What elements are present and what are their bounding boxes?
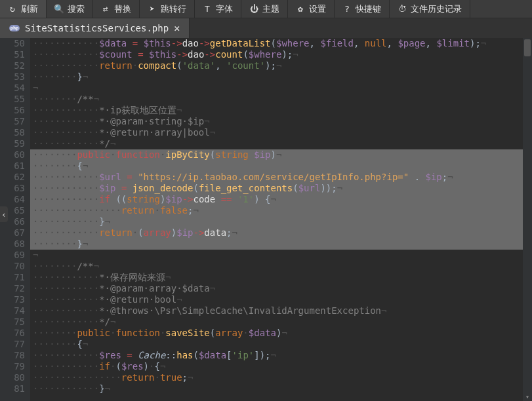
设置-icon: ✿: [296, 5, 305, 14]
code-line[interactable]: ¬: [30, 250, 532, 261]
code-line[interactable]: ········}¬: [30, 239, 532, 250]
code-line[interactable]: ············if·($res)·{¬: [30, 361, 532, 372]
line-number: 50: [0, 38, 25, 49]
tab-file[interactable]: php SiteStatisticsServices.php ✕: [0, 18, 190, 38]
code-line[interactable]: ········}¬: [30, 71, 532, 83]
搜索-icon: 🔍: [54, 5, 64, 14]
line-number: 77: [0, 339, 25, 350]
code-line[interactable]: ············*·@return·array|bool¬: [30, 127, 532, 138]
code-line[interactable]: ············*·@param·string·$ip¬: [30, 116, 532, 127]
code-line[interactable]: ············if ((string)$ip->code == '1'…: [30, 194, 532, 205]
line-number: 67: [0, 227, 25, 239]
tab-filename: SiteStatisticsServices.php: [25, 23, 169, 33]
toolbar-字体[interactable]: T字体: [195, 0, 241, 18]
code-line[interactable]: ········public·function·ipByCity(string …: [30, 149, 532, 161]
line-number: 63: [0, 183, 25, 194]
toolbar-label: 刷新: [21, 3, 38, 15]
line-number: 54: [0, 83, 25, 94]
toolbar-label: 快捷键: [356, 3, 381, 15]
line-number: 52: [0, 60, 25, 71]
line-number: 57: [0, 116, 25, 127]
刷新-icon: ↻: [8, 5, 17, 14]
code-line[interactable]: ¬: [30, 83, 532, 94]
code-line[interactable]: ········{¬: [30, 161, 532, 172]
line-number: 59: [0, 138, 25, 149]
code-line[interactable]: ············$res = Cache::has($data['ip'…: [30, 350, 532, 361]
scroll-thumb[interactable]: [524, 39, 531, 56]
code-line[interactable]: ········/**¬: [30, 261, 532, 272]
line-number: 64: [0, 194, 25, 205]
code-line[interactable]: ············*·ip获取地区位置¬: [30, 105, 532, 116]
toolbar-设置[interactable]: ✿设置: [288, 0, 335, 18]
code-area[interactable]: ············$data = $this->dao->getDataL…: [30, 38, 532, 401]
line-number: 61: [0, 161, 25, 172]
code-line[interactable]: ············return·compact('data', 'coun…: [30, 60, 532, 71]
line-number: 72: [0, 283, 25, 294]
chevron-left-icon: ‹: [1, 210, 7, 220]
line-number: 69: [0, 250, 25, 261]
tab-bar: php SiteStatisticsServices.php ✕: [0, 18, 532, 38]
line-number: 60: [0, 149, 25, 161]
toolbar-替换[interactable]: ⇄替换: [93, 0, 140, 18]
code-line[interactable]: ············$ip = json_decode(file_get_c…: [30, 183, 532, 194]
line-number: 53: [0, 71, 25, 83]
toolbar-label: 替换: [114, 3, 131, 15]
code-line[interactable]: ········{¬: [30, 339, 532, 350]
code-line[interactable]: ················return·false;¬: [30, 205, 532, 216]
code-line[interactable]: ············$data = $this->dao->getDataL…: [30, 38, 532, 49]
vertical-scrollbar[interactable]: ▾: [523, 38, 532, 401]
code-line[interactable]: ············$url = "https://ip.taobao.co…: [30, 172, 532, 183]
line-number: 58: [0, 127, 25, 138]
line-number: 76: [0, 328, 25, 339]
line-number: 73: [0, 294, 25, 305]
code-line[interactable]: ············*·@throws·\Psr\SimpleCache\I…: [30, 305, 532, 316]
code-line[interactable]: ············*·保存网站来源¬: [30, 272, 532, 283]
line-number: 75: [0, 316, 25, 328]
code-line[interactable]: ············*·@return·bool¬: [30, 294, 532, 305]
line-number: 70: [0, 261, 25, 272]
快捷键-icon: ?: [342, 5, 352, 14]
line-number: 79: [0, 361, 25, 372]
code-line[interactable]: ············*·@param·array·$data¬: [30, 283, 532, 294]
php-icon: php: [9, 25, 20, 31]
toolbar-文件历史记录[interactable]: ⏱文件历史记录: [390, 0, 470, 18]
主题-icon: ⏻: [249, 5, 258, 14]
toolbar-label: 主题: [262, 3, 279, 15]
scroll-down-button[interactable]: ▾: [523, 392, 532, 401]
toolbar: ↻刷新🔍搜索⇄替换➤跳转行T字体⏻主题✿设置?快捷键⏱文件历史记录: [0, 0, 532, 18]
line-number: 51: [0, 49, 25, 60]
code-line[interactable]: ············}¬: [30, 216, 532, 227]
line-number: 62: [0, 172, 25, 183]
替换-icon: ⇄: [101, 5, 110, 14]
code-line[interactable]: ············return·(array)$ip->data;¬: [30, 227, 532, 239]
panel-toggle-handle[interactable]: ‹: [0, 206, 8, 222]
code-line[interactable]: ············}¬: [30, 383, 532, 394]
toolbar-label: 搜索: [68, 3, 85, 15]
toolbar-跳转行[interactable]: ➤跳转行: [140, 0, 195, 18]
line-number: 56: [0, 105, 25, 116]
code-line[interactable]: ············*/¬: [30, 138, 532, 149]
line-number: 78: [0, 350, 25, 361]
code-line[interactable]: ········/**¬: [30, 94, 532, 105]
toolbar-刷新[interactable]: ↻刷新: [0, 0, 47, 18]
toolbar-快捷键[interactable]: ?快捷键: [335, 0, 390, 18]
close-icon[interactable]: ✕: [174, 24, 180, 33]
code-line[interactable]: ············$count = $this->dao->count($…: [30, 49, 532, 60]
toolbar-label: 字体: [216, 3, 233, 15]
跳转行-icon: ➤: [148, 5, 157, 14]
toolbar-label: 设置: [309, 3, 326, 15]
code-line[interactable]: ················return·true;¬: [30, 372, 532, 383]
文件历史记录-icon: ⏱: [398, 5, 407, 14]
toolbar-主题[interactable]: ⏻主题: [241, 0, 288, 18]
toolbar-搜索[interactable]: 🔍搜索: [47, 0, 93, 18]
line-number: 81: [0, 383, 25, 394]
code-line[interactable]: ········public·function·saveSite(array·$…: [30, 328, 532, 339]
line-number: 68: [0, 239, 25, 250]
code-line[interactable]: ············*/¬: [30, 316, 532, 328]
line-number: 55: [0, 94, 25, 105]
字体-icon: T: [203, 5, 212, 14]
line-number: 80: [0, 372, 25, 383]
line-number: 71: [0, 272, 25, 283]
code-editor[interactable]: 5051525354555657585960616263646566676869…: [0, 38, 532, 401]
line-number: 74: [0, 305, 25, 316]
